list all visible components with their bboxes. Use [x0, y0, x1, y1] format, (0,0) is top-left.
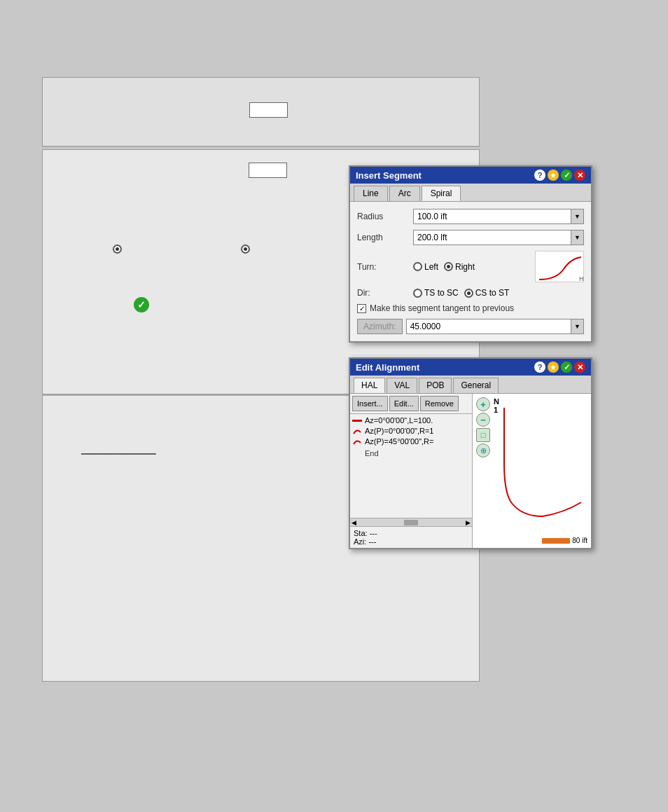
dir-ts-sc-label: TS to SC: [424, 288, 459, 298]
dir-options: TS to SC CS to ST: [413, 288, 509, 298]
segment-text-2: Az(P)=45°00'00",R=: [365, 437, 433, 446]
dir-cs-st-label: CS to ST: [475, 288, 510, 298]
azimuth-input-container: ▼: [406, 319, 584, 334]
scroll-left-arrow[interactable]: ◀: [352, 519, 356, 526]
length-label: Length: [357, 233, 413, 242]
azi-value: ---: [368, 537, 376, 546]
scale-bar: 80 ift: [542, 537, 587, 544]
turn-right-label: Right: [455, 262, 475, 272]
tab-arc[interactable]: Arc: [389, 186, 420, 201]
dir-ts-sc-option[interactable]: TS to SC: [413, 288, 459, 298]
scale-label: 80 ift: [572, 537, 587, 544]
remove-button[interactable]: Remove: [420, 396, 459, 411]
segment-item-0[interactable]: Az=0°00'00",L=100.: [352, 416, 470, 425]
turn-right-radio[interactable]: [444, 262, 453, 271]
edit-star-icon[interactable]: ★: [548, 362, 559, 373]
insert-segment-dialog: Insert Segment ? ★ ✓ ✕ Line Arc Spiral R…: [349, 165, 592, 343]
sta-label: Sta:: [354, 529, 368, 537]
question-icon[interactable]: ?: [534, 170, 545, 181]
sta-value: ---: [370, 529, 377, 537]
middle-button[interactable]: [249, 163, 287, 178]
top-bar-section: [42, 77, 480, 147]
turn-left-radio[interactable]: [413, 262, 422, 271]
tab-pob[interactable]: POB: [419, 378, 452, 393]
radio-option-2[interactable]: [241, 245, 250, 254]
dir-ts-sc-radio[interactable]: [413, 289, 422, 298]
turn-right-option[interactable]: Right: [444, 262, 475, 272]
edit-left-panel: Insert... Edit... Remove Az=0°00'00",L=1…: [350, 394, 473, 548]
length-dropdown-arrow[interactable]: ▼: [571, 230, 584, 245]
tangent-checkbox-label: Make this segment tangent to previous: [370, 303, 514, 313]
radius-label: Radius: [357, 212, 413, 221]
dir-cs-st-option[interactable]: CS to ST: [464, 288, 510, 298]
edit-alignment-tabs: HAL VAL POB General: [350, 376, 591, 394]
edit-title-bar-icons: ? ★ ✓ ✕: [534, 362, 585, 373]
azimuth-input[interactable]: [406, 319, 571, 334]
edit-alignment-title: Edit Alignment: [356, 362, 419, 373]
edit-close-icon[interactable]: ✕: [574, 362, 585, 373]
sta-azi-bar: Sta: --- Azi: ---: [350, 526, 472, 548]
tab-hal[interactable]: HAL: [354, 378, 385, 393]
segment-text-0: Az=0°00'00",L=100.: [365, 416, 433, 425]
turn-left-label: Left: [424, 262, 438, 272]
insert-segment-tabs: Line Arc Spiral: [350, 184, 591, 202]
azi-label: Azi:: [354, 537, 366, 546]
insert-segment-body: Radius ▼ Length ▼ Turn: Left: [350, 202, 591, 341]
edit-toolbar: Insert... Edit... Remove: [350, 394, 472, 414]
radius-dropdown-arrow[interactable]: ▼: [571, 209, 584, 224]
tangent-checkbox[interactable]: ✓: [357, 304, 366, 313]
top-bar-button[interactable]: [249, 102, 288, 118]
edit-right-panel: N 1 + − □ ⊕ 80 ift: [473, 394, 591, 548]
segment-list: Az=0°00'00",L=100. Az(P)=0°00'00",R=1 Az…: [350, 414, 472, 518]
dir-cs-st-radio[interactable]: [464, 289, 473, 298]
segment-item-end: End: [352, 448, 470, 459]
edit-confirm-icon[interactable]: ✓: [561, 362, 572, 373]
edit-alignment-body: Insert... Edit... Remove Az=0°00'00",L=1…: [350, 394, 591, 548]
insert-button[interactable]: Insert...: [352, 396, 388, 411]
tab-val[interactable]: VAL: [387, 378, 417, 393]
segment-text-1: Az(P)=0°00'00",R=1: [365, 427, 433, 435]
spiral-preview-svg: H: [536, 252, 584, 282]
horizontal-scrollbar[interactable]: ◀ ▶: [350, 518, 472, 526]
edit-alignment-dialog: Edit Alignment ? ★ ✓ ✕ HAL VAL POB Gener…: [349, 357, 592, 549]
turn-left-option[interactable]: Left: [413, 262, 438, 272]
segment-item-2[interactable]: Az(P)=45°00'00",R=: [352, 437, 470, 446]
length-row: Length ▼: [357, 230, 584, 245]
radius-row: Radius ▼: [357, 209, 584, 224]
radio-group-1: [113, 245, 250, 254]
alignment-map-view: [473, 394, 591, 548]
scroll-thumb[interactable]: [404, 520, 418, 525]
dir-row: Dir: TS to SC CS to ST: [357, 288, 584, 298]
edit-button[interactable]: Edit...: [389, 396, 419, 411]
length-input[interactable]: [413, 230, 571, 245]
line-segment-icon: [352, 420, 362, 422]
edit-question-icon[interactable]: ?: [534, 362, 545, 373]
checkbox-row: ✓ Make this segment tangent to previous: [357, 303, 584, 313]
azimuth-button[interactable]: Azimuth:: [357, 319, 403, 334]
scroll-right-arrow[interactable]: ▶: [466, 519, 471, 526]
confirm-icon[interactable]: ✓: [561, 170, 572, 181]
turn-row: Turn: Left Right H: [357, 251, 584, 282]
azimuth-dropdown-arrow[interactable]: ▼: [571, 319, 584, 334]
tab-general[interactable]: General: [453, 378, 499, 393]
insert-segment-title-bar: Insert Segment ? ★ ✓ ✕: [350, 167, 591, 184]
underline-text: ________________: [81, 445, 156, 455]
tab-spiral[interactable]: Spiral: [422, 186, 461, 201]
scale-rect: [542, 538, 570, 544]
arc-segment-icon-0: [352, 427, 362, 435]
radius-input[interactable]: [413, 209, 571, 224]
green-check-icon[interactable]: ✓: [134, 297, 149, 312]
radius-input-container: ▼: [413, 209, 584, 224]
arc-segment-icon-1: [352, 437, 362, 446]
radio-option-1[interactable]: [113, 245, 122, 254]
azimuth-row: Azimuth: ▼: [357, 319, 584, 334]
segment-item-1[interactable]: Az(P)=0°00'00",R=1: [352, 427, 470, 435]
insert-segment-title: Insert Segment: [356, 170, 422, 181]
close-icon[interactable]: ✕: [574, 170, 585, 181]
title-bar-icons: ? ★ ✓ ✕: [534, 170, 585, 181]
star-icon[interactable]: ★: [548, 170, 559, 181]
dir-label: Dir:: [357, 288, 413, 298]
tab-line[interactable]: Line: [354, 186, 388, 201]
turn-label: Turn:: [357, 262, 413, 272]
svg-text:H: H: [579, 275, 584, 282]
